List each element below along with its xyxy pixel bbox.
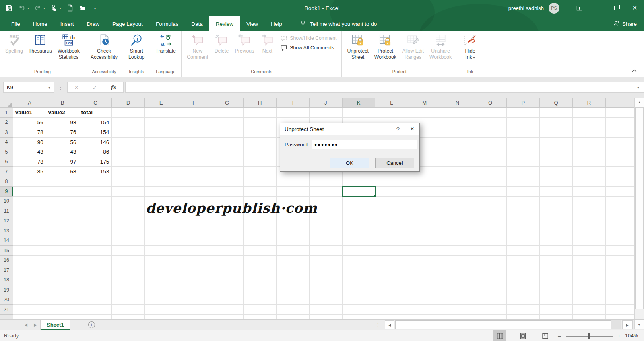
row-header-2[interactable]: 2 (0, 118, 13, 128)
cell-I9[interactable] (277, 187, 310, 197)
cell-B3[interactable]: 76 (46, 127, 79, 138)
cell-A22[interactable] (13, 315, 46, 320)
cell-Q3[interactable] (540, 127, 573, 138)
touch-mode-icon[interactable] (50, 4, 58, 12)
cell-M21[interactable] (408, 305, 441, 315)
cell-D10[interactable] (112, 197, 145, 207)
cell-O6[interactable] (474, 157, 507, 167)
cell-R14[interactable] (573, 236, 606, 246)
redo-icon[interactable] (34, 4, 41, 12)
cell-H13[interactable] (244, 226, 277, 236)
cell-F1[interactable] (178, 108, 211, 118)
cell-M12[interactable] (408, 216, 441, 226)
cell-F18[interactable] (178, 275, 211, 286)
cell-K21[interactable] (343, 305, 376, 315)
cell-x1[interactable] (606, 108, 634, 118)
cell-N13[interactable] (441, 226, 474, 236)
cell-A12[interactable] (13, 216, 46, 226)
scroll-up-icon[interactable]: ▲ (635, 98, 644, 107)
cell-D16[interactable] (112, 256, 145, 266)
cell-E3[interactable] (145, 127, 178, 138)
cell-A19[interactable] (13, 285, 46, 295)
expand-formula-bar-icon[interactable]: ▾ (633, 82, 644, 93)
cell-B7[interactable]: 68 (46, 167, 79, 177)
save-icon[interactable] (6, 4, 13, 12)
cell-M20[interactable] (408, 295, 441, 305)
cell-G17[interactable] (211, 265, 244, 275)
cell-I13[interactable] (277, 226, 310, 236)
row-header-20[interactable]: 20 (0, 295, 13, 305)
cell-A9[interactable] (13, 187, 46, 197)
cell-E4[interactable] (145, 138, 178, 148)
row-header-18[interactable]: 18 (0, 275, 13, 286)
horizontal-scrollbar-thumb[interactable] (395, 320, 611, 329)
protect-workbook-button[interactable]: ProtectWorkbook (372, 32, 399, 68)
cell-C8[interactable] (79, 177, 112, 187)
cell-N11[interactable] (441, 206, 474, 216)
column-header-q[interactable]: Q (540, 98, 573, 108)
cell-C12[interactable] (79, 216, 112, 226)
cell-x13[interactable] (606, 226, 634, 236)
prev-sheet-icon[interactable]: ◀ (21, 320, 31, 330)
cell-B1[interactable]: value2 (46, 108, 79, 118)
cell-K15[interactable] (343, 246, 376, 256)
cell-C9[interactable] (79, 187, 112, 197)
cell-C2[interactable]: 154 (79, 118, 112, 128)
cell-K10[interactable] (343, 197, 376, 207)
cell-P1[interactable] (507, 108, 540, 118)
cell-G4[interactable] (211, 138, 244, 148)
cell-L18[interactable] (375, 275, 408, 286)
cell-B16[interactable] (46, 256, 79, 266)
cell-E7[interactable] (145, 167, 178, 177)
cell-C13[interactable] (79, 226, 112, 236)
unshare-workbook-button[interactable]: UnshareWorkbook (427, 32, 454, 68)
cell-R13[interactable] (573, 226, 606, 236)
show-hide-comment-button[interactable]: Show/Hide Comment (280, 35, 336, 42)
cell-P7[interactable] (507, 167, 540, 177)
cell-D2[interactable] (112, 118, 145, 128)
cell-L8[interactable] (375, 177, 408, 187)
cell-F20[interactable] (178, 295, 211, 305)
cell-L14[interactable] (375, 236, 408, 246)
cell-B6[interactable]: 97 (46, 157, 79, 167)
cell-D21[interactable] (112, 305, 145, 315)
next-comment-button[interactable]: Next (257, 32, 278, 68)
cell-A2[interactable]: 56 (13, 118, 46, 128)
cell-Q1[interactable] (540, 108, 573, 118)
unprotect-sheet-button[interactable]: UnprotectSheet (344, 32, 371, 68)
cell-G1[interactable] (211, 108, 244, 118)
open-folder-icon[interactable] (79, 4, 86, 12)
insert-function-icon[interactable]: fx (111, 84, 116, 91)
cell-P15[interactable] (507, 246, 540, 256)
cell-G3[interactable] (211, 127, 244, 138)
column-header-b[interactable]: B (46, 98, 79, 108)
cancel-entry-icon[interactable]: × (74, 84, 78, 91)
cell-C3[interactable]: 154 (79, 127, 112, 138)
cell-Q22[interactable] (540, 315, 573, 320)
new-file-icon[interactable] (66, 4, 74, 12)
cell-H15[interactable] (244, 246, 277, 256)
cell-K12[interactable] (343, 216, 376, 226)
ribbon-display-options-icon[interactable] (570, 0, 588, 16)
undo-icon[interactable] (18, 4, 25, 12)
cell-G18[interactable] (211, 275, 244, 286)
cell-M10[interactable] (408, 197, 441, 207)
cell-B13[interactable] (46, 226, 79, 236)
cell-J9[interactable] (310, 187, 343, 197)
cell-M22[interactable] (408, 315, 441, 320)
cell-D6[interactable] (112, 157, 145, 167)
enter-entry-icon[interactable]: ✓ (93, 84, 97, 91)
row-header-13[interactable]: 13 (0, 226, 13, 236)
cell-B20[interactable] (46, 295, 79, 305)
cell-x9[interactable] (606, 187, 634, 197)
cell-H1[interactable] (244, 108, 277, 118)
cell-C16[interactable] (79, 256, 112, 266)
cell-F22[interactable] (178, 315, 211, 320)
cell-D22[interactable] (112, 315, 145, 320)
cell-N15[interactable] (441, 246, 474, 256)
row-header-7[interactable]: 7 (0, 167, 13, 177)
cell-A14[interactable] (13, 236, 46, 246)
cell-H18[interactable] (244, 275, 277, 286)
tab-draw[interactable]: Draw (80, 16, 106, 31)
cell-F14[interactable] (178, 236, 211, 246)
